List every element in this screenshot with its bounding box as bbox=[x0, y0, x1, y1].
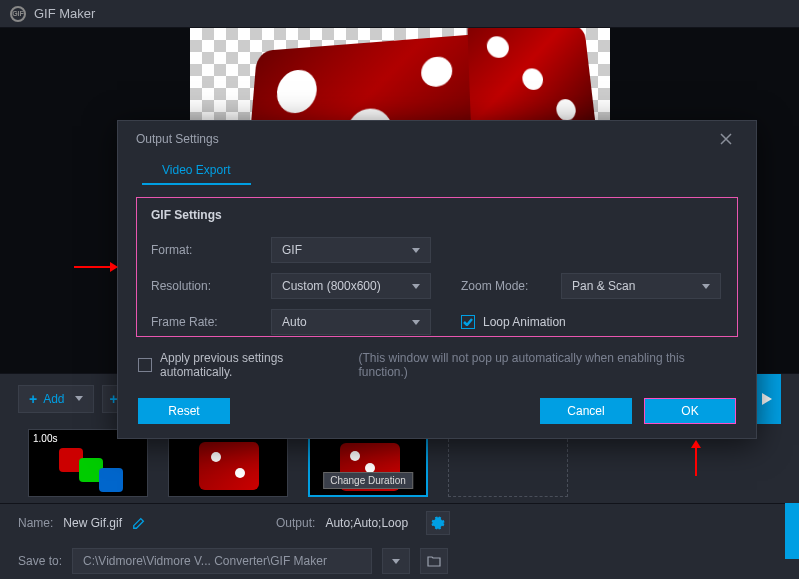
saveto-dropdown[interactable] bbox=[382, 548, 410, 574]
chevron-down-icon bbox=[412, 320, 420, 325]
thumbnail-1[interactable]: 1.00s bbox=[28, 429, 148, 497]
thumbnail-placeholder[interactable] bbox=[448, 429, 568, 497]
name-label: Name: bbox=[18, 516, 53, 530]
annotation-arrow-2 bbox=[695, 448, 697, 476]
change-duration-button[interactable]: Change Duration bbox=[323, 472, 413, 489]
edit-name-icon[interactable] bbox=[132, 516, 146, 530]
close-icon bbox=[719, 132, 733, 146]
apply-subtext: (This window will not pop up automatical… bbox=[358, 351, 736, 379]
format-value: GIF bbox=[282, 243, 302, 257]
ok-button[interactable]: OK bbox=[644, 398, 736, 424]
chevron-down-icon bbox=[412, 284, 420, 289]
output-settings-button[interactable] bbox=[426, 511, 450, 535]
format-select[interactable]: GIF bbox=[271, 237, 431, 263]
zoom-select[interactable]: Pan & Scan bbox=[561, 273, 721, 299]
check-icon bbox=[463, 318, 473, 326]
close-button[interactable] bbox=[714, 127, 738, 151]
titlebar: GIF GIF Maker bbox=[0, 0, 799, 28]
play-icon bbox=[762, 393, 772, 405]
resolution-select[interactable]: Custom (800x600) bbox=[271, 273, 431, 299]
framerate-value: Auto bbox=[282, 315, 307, 329]
loop-checkbox[interactable] bbox=[461, 315, 475, 329]
name-value: New Gif.gif bbox=[63, 516, 122, 530]
duration-label: 1.00s bbox=[33, 433, 57, 444]
folder-icon bbox=[427, 555, 441, 567]
add-button[interactable]: + Add bbox=[18, 385, 94, 413]
app-logo-icon: GIF bbox=[10, 6, 26, 22]
zoom-value: Pan & Scan bbox=[572, 279, 635, 293]
thumbnail-2[interactable] bbox=[168, 429, 288, 497]
reset-button[interactable]: Reset bbox=[138, 398, 230, 424]
open-folder-button[interactable] bbox=[420, 548, 448, 574]
cancel-button[interactable]: Cancel bbox=[540, 398, 632, 424]
apply-text: Apply previous settings automatically. bbox=[160, 351, 359, 379]
section-title: GIF Settings bbox=[151, 208, 723, 222]
gif-settings-panel: GIF Settings Format: GIF Resolution: Cus… bbox=[136, 197, 738, 337]
play-button[interactable] bbox=[753, 374, 781, 424]
thumbnail-3[interactable]: Change Duration bbox=[308, 429, 428, 497]
annotation-arrow-1 bbox=[74, 266, 110, 268]
apply-checkbox[interactable] bbox=[138, 358, 152, 372]
chevron-down-icon bbox=[412, 248, 420, 253]
output-label: Output: bbox=[276, 516, 315, 530]
tab-video-export[interactable]: Video Export bbox=[142, 157, 251, 185]
output-settings-dialog: Output Settings Video Export GIF Setting… bbox=[117, 120, 757, 439]
dialog-title: Output Settings bbox=[136, 132, 219, 146]
export-button[interactable] bbox=[785, 503, 799, 559]
chevron-down-icon bbox=[75, 396, 83, 401]
resolution-label: Resolution: bbox=[151, 279, 271, 293]
zoom-label: Zoom Mode: bbox=[461, 279, 561, 293]
bottom-bar: Name: New Gif.gif Output: Auto;Auto;Loop… bbox=[0, 503, 799, 579]
app-title: GIF Maker bbox=[34, 6, 95, 21]
loop-label: Loop Animation bbox=[483, 315, 566, 329]
output-value: Auto;Auto;Loop bbox=[325, 516, 408, 530]
plus-icon: + bbox=[29, 391, 37, 407]
saveto-path[interactable]: C:\Vidmore\Vidmore V... Converter\GIF Ma… bbox=[72, 548, 372, 574]
chevron-down-icon bbox=[702, 284, 710, 289]
framerate-select[interactable]: Auto bbox=[271, 309, 431, 335]
gear-icon bbox=[431, 516, 445, 530]
chevron-down-icon bbox=[392, 559, 400, 564]
framerate-label: Frame Rate: bbox=[151, 315, 271, 329]
add-label: Add bbox=[43, 392, 64, 406]
format-label: Format: bbox=[151, 243, 271, 257]
saveto-label: Save to: bbox=[18, 554, 62, 568]
resolution-value: Custom (800x600) bbox=[282, 279, 381, 293]
